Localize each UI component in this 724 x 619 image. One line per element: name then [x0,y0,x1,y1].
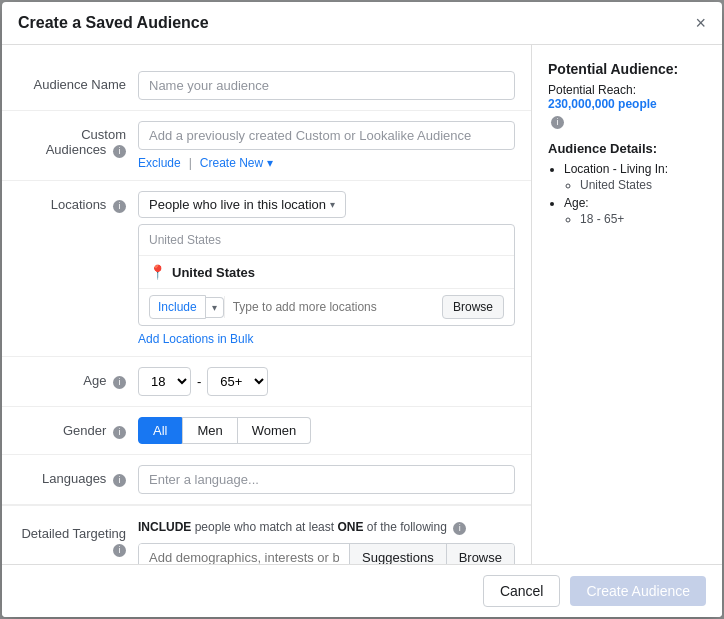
languages-label: Languages i [18,465,138,487]
custom-audiences-info-icon: i [113,145,126,158]
audience-name-label: Audience Name [18,71,138,92]
audience-name-control [138,71,515,100]
age-row: Age i 18 - 65+ [2,357,531,407]
age-separator: - [197,374,201,389]
custom-audiences-input[interactable] [138,121,515,150]
modal-header: Create a Saved Audience × [2,2,722,45]
languages-row: Languages i [2,455,531,505]
gender-all-button[interactable]: All [138,417,182,444]
create-new-arrow-icon: ▾ [267,156,273,170]
audience-details: Audience Details: Location - Living In: … [548,141,706,226]
location-actions: Include ▾ Browse [139,288,514,325]
audience-name-input[interactable] [138,71,515,100]
detailed-targeting-row: Detailed Targeting i INCLUDE people who … [2,506,531,564]
age-label: Age i [18,367,138,389]
languages-info-icon: i [113,474,126,487]
modal: Create a Saved Audience × Audience Name … [2,2,722,617]
locations-type-dropdown[interactable]: People who live in this location ▾ [138,191,346,218]
targeting-action-buttons: Suggestions Browse [349,544,514,564]
audience-details-title: Audience Details: [548,141,706,156]
locations-control: People who live in this location ▾ Unite… [138,191,515,346]
age-control: 18 - 65+ [138,367,515,396]
add-locations-bulk-link[interactable]: Add Locations in Bulk [138,332,253,346]
potential-reach-info-icon: i [551,116,564,129]
close-button[interactable]: × [695,14,706,32]
gender-buttons: All Men Women [138,417,515,444]
suggestions-button[interactable]: Suggestions [349,544,446,564]
cancel-button[interactable]: Cancel [483,575,561,607]
location-name: United States [172,265,255,280]
create-audience-button[interactable]: Create Audience [570,576,706,606]
location-browse-button[interactable]: Browse [442,295,504,319]
modal-title: Create a Saved Audience [18,14,209,32]
location-pin-icon: 📍 [149,264,166,280]
detailed-targeting-desc-info-icon: i [453,522,466,535]
location-country-header: United States [139,225,514,256]
targeting-input[interactable] [139,544,349,564]
detail-age-value: 18 - 65+ [580,212,706,226]
targeting-description: INCLUDE people who match at least ONE of… [138,520,515,535]
gender-women-button[interactable]: Women [238,417,312,444]
targeting-browse-button[interactable]: Browse [446,544,514,564]
location-item: 📍 United States [139,256,514,288]
custom-audiences-row: Custom Audiences i Exclude | Create New … [2,111,531,181]
modal-overlay: Create a Saved Audience × Audience Name … [0,0,724,619]
locations-dropdown-arrow-icon: ▾ [330,199,335,210]
gender-label: Gender i [18,417,138,439]
locations-label: Locations i [18,191,138,213]
modal-footer: Cancel Create Audience [2,564,722,617]
include-button[interactable]: Include [149,295,206,319]
age-max-select[interactable]: 65+ [207,367,268,396]
detail-location-value: United States [580,178,706,192]
age-info-icon: i [113,376,126,389]
languages-control [138,465,515,494]
form-area: Audience Name Custom Audiences i Exclude [2,45,532,564]
include-dropdown-arrow[interactable]: ▾ [206,297,224,318]
targeting-input-row: Suggestions Browse [138,543,515,564]
detailed-targeting-label: Detailed Targeting i [18,520,138,557]
locations-row: Locations i People who live in this loca… [2,181,531,357]
modal-body: Audience Name Custom Audiences i Exclude [2,45,722,564]
gender-info-icon: i [113,426,126,439]
custom-audiences-actions: Exclude | Create New ▾ [138,156,515,170]
custom-audiences-label: Custom Audiences i [18,121,138,158]
gender-control: All Men Women [138,417,515,444]
potential-reach: Potential Reach: 230,000,000 people [548,83,706,111]
gender-row: Gender i All Men Women [2,407,531,455]
custom-audiences-control: Exclude | Create New ▾ [138,121,515,170]
add-locations-bulk: Add Locations in Bulk [138,332,515,346]
languages-input[interactable] [138,465,515,494]
location-box: United States 📍 United States Include ▾ [138,224,515,326]
detailed-targeting-info-icon: i [113,544,126,557]
audience-name-row: Audience Name [2,61,531,111]
age-min-select[interactable]: 18 [138,367,191,396]
add-location-input[interactable] [224,296,442,318]
age-selectors: 18 - 65+ [138,367,515,396]
locations-info-icon: i [113,200,126,213]
sidebar: Potential Audience: Potential Reach: 230… [532,45,722,564]
detailed-targeting-control: INCLUDE people who match at least ONE of… [138,520,515,564]
gender-men-button[interactable]: Men [182,417,237,444]
detail-location: Location - Living In: United States [564,162,706,192]
exclude-link[interactable]: Exclude [138,156,181,170]
create-new-link[interactable]: Create New ▾ [200,156,273,170]
potential-audience-title: Potential Audience: [548,61,706,77]
detail-age: Age: 18 - 65+ [564,196,706,226]
